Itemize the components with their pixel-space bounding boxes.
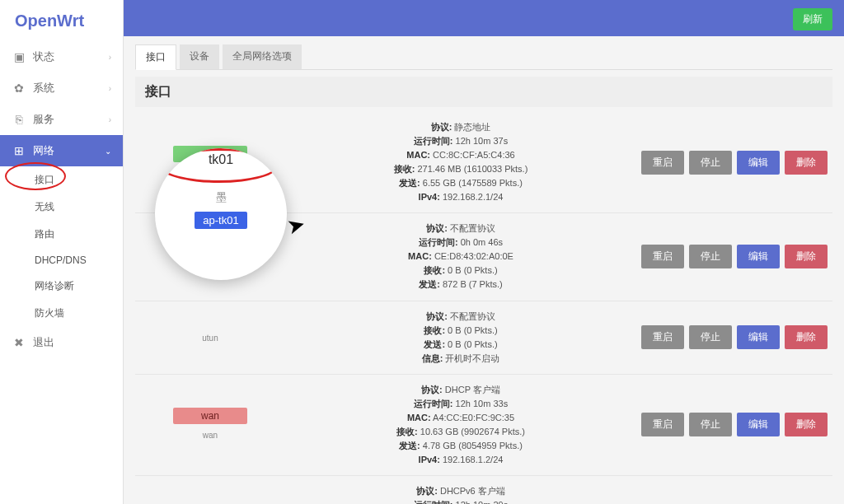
sidebar-sub-diag[interactable]: 网络诊断 <box>28 273 123 300</box>
network-icon: ⊞ <box>12 144 26 157</box>
interface-stats: 协议: 不配置协议运行时间: 0h 0m 46sMAC: CE:D8:43:02… <box>280 222 641 292</box>
stop-button[interactable]: 停止 <box>689 245 732 268</box>
chevron-right-icon: › <box>109 84 111 93</box>
sidebar-sub-wireless[interactable]: 无线 <box>28 194 123 221</box>
page-title: 接口 <box>135 77 832 107</box>
delete-button[interactable]: 删除 <box>785 245 828 268</box>
interface-row: wanwan协议: DHCP 客户端运行时间: 12h 10m 33sMAC: … <box>135 375 832 476</box>
interface-stats: 协议: 不配置协议接收: 0 B (0 Pkts.)发送: 0 B (0 Pkt… <box>280 310 641 366</box>
sidebar-item-label: 状态 <box>33 49 54 64</box>
sidebar-item-label: 网络 <box>33 143 54 158</box>
restart-button[interactable]: 重启 <box>641 245 684 268</box>
edit-button[interactable]: 编辑 <box>737 245 780 268</box>
gear-icon: ✿ <box>12 82 26 95</box>
sidebar-sub-routes[interactable]: 路由 <box>28 221 123 248</box>
interface-actions: 重启停止编辑删除 <box>641 151 828 175</box>
interface-badge: wan <box>173 408 247 424</box>
tab-bar: 接口 设备 全局网络选项 <box>135 44 832 70</box>
interface-row: wan6wan协议: DHCPv6 客户端运行时间: 12h 10m 29sMA… <box>135 476 832 504</box>
interface-row: utun协议: 不配置协议接收: 0 B (0 Pkts.)发送: 0 B (0… <box>135 301 832 375</box>
mag-device-chip[interactable]: ap-tk01 <box>195 212 246 229</box>
tab-global[interactable]: 全局网络选项 <box>223 44 302 69</box>
interface-stats: 协议: DHCP 客户端运行时间: 12h 10m 33sMAC: A4:CC:… <box>280 383 641 467</box>
delete-button[interactable]: 删除 <box>785 325 828 349</box>
interface-badge-col: wanwan <box>140 408 280 441</box>
stop-button[interactable]: 停止 <box>689 325 732 349</box>
magnified-tk01: tk01 墨 ap-tk01 <box>155 148 287 280</box>
restart-button[interactable]: 重启 <box>641 325 684 349</box>
interface-device: utun <box>140 333 280 344</box>
interface-badge-col: utun <box>140 330 280 344</box>
restart-button[interactable]: 重启 <box>641 413 684 436</box>
sidebar-item-label: 系统 <box>33 81 54 96</box>
edit-button[interactable]: 编辑 <box>737 413 780 436</box>
sidebar-sub-firewall[interactable]: 防火墙 <box>28 300 123 327</box>
brand-logo: OpenWrt <box>0 0 123 41</box>
interface-actions: 重启停止编辑删除 <box>641 325 828 349</box>
sidebar-sub-dhcp[interactable]: DHCP/DNS <box>28 248 123 273</box>
chevron-down-icon: ⌄ <box>105 147 111 156</box>
interface-stats: 协议: 静态地址运行时间: 12h 10m 37sMAC: CC:8C:CF:A… <box>280 120 641 204</box>
stack-icon: ⎘ <box>12 113 26 126</box>
stop-button[interactable]: 停止 <box>689 413 732 436</box>
sidebar-item-services[interactable]: ⎘ 服务 › <box>0 104 123 135</box>
edit-button[interactable]: 编辑 <box>737 151 780 175</box>
power-icon: ✖ <box>12 336 26 349</box>
edit-button[interactable]: 编辑 <box>737 325 780 349</box>
sidebar-item-label: 服务 <box>33 112 54 127</box>
sidebar-item-system[interactable]: ✿ 系统 › <box>0 72 123 104</box>
grid-icon: ▣ <box>12 50 26 63</box>
delete-button[interactable]: 删除 <box>785 151 828 175</box>
tab-interfaces[interactable]: 接口 <box>135 44 176 70</box>
tab-devices[interactable]: 设备 <box>180 44 219 69</box>
sidebar-sub-interfaces[interactable]: 接口 <box>28 166 123 194</box>
sidebar-submenu-network: 接口 无线 路由 DHCP/DNS 网络诊断 防火墙 <box>0 166 123 327</box>
sidebar: OpenWrt ▣ 状态 › ✿ 系统 › ⎘ 服务 › ⊞ 网络 ⌄ 接口 无… <box>0 0 124 504</box>
interface-device: wan <box>140 430 280 441</box>
mag-device-glyph: 墨 <box>216 190 227 205</box>
stop-button[interactable]: 停止 <box>689 151 732 175</box>
refresh-button[interactable]: 刷新 <box>793 8 832 30</box>
sidebar-item-network[interactable]: ⊞ 网络 ⌄ <box>0 135 123 166</box>
interface-actions: 重启停止编辑删除 <box>641 245 828 268</box>
chevron-right-icon: › <box>109 53 111 62</box>
sidebar-item-status[interactable]: ▣ 状态 › <box>0 41 123 72</box>
topbar: 刷新 <box>124 0 844 36</box>
delete-button[interactable]: 删除 <box>785 413 828 436</box>
sidebar-item-label: 退出 <box>33 335 54 350</box>
restart-button[interactable]: 重启 <box>641 151 684 175</box>
interface-stats: 协议: DHCPv6 客户端运行时间: 12h 10m 29sMAC: A4:C… <box>280 484 641 504</box>
chevron-right-icon: › <box>109 115 111 124</box>
interface-actions: 重启停止编辑删除 <box>641 413 828 436</box>
sidebar-item-logout[interactable]: ✖ 退出 <box>0 327 123 358</box>
